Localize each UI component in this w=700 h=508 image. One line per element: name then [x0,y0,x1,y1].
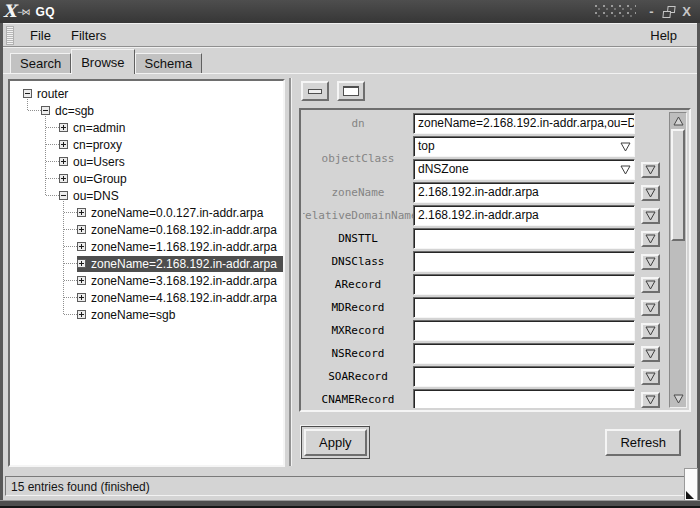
attribute-button-column [635,251,665,272]
attribute-value-input[interactable] [413,343,635,364]
attribute-value-input[interactable] [413,320,635,341]
tree-item[interactable]: zoneName=0.0.127.in-addr.arpa [77,205,283,221]
tree-item[interactable]: zoneName=2.168.192.in-addr.arpa [77,256,283,272]
attribute-button-column [635,343,665,364]
attribute-value-input[interactable] [413,228,635,249]
tree-item[interactable]: cn=proxy [59,137,283,153]
expand-expander-icon[interactable] [77,208,86,217]
attribute-menu-button[interactable] [641,231,660,247]
attribute-menu-button[interactable] [641,277,660,293]
attribute-row: DNSTTL [303,228,665,249]
expand-expander-icon[interactable] [77,310,86,319]
attribute-values: 2.168.192.in-addr.arpa [413,205,635,226]
expand-entries-button[interactable] [337,81,365,101]
combo-dropdown-icon[interactable] [618,163,632,176]
tree-item-label: zoneName=0.168.192.in-addr.arpa [91,223,277,237]
scroll-up-icon[interactable] [671,114,685,128]
attribute-menu-button[interactable] [641,323,660,339]
scrollbar-thumb[interactable] [671,129,685,241]
collapse-expander-icon[interactable] [59,191,68,200]
menu-filters[interactable]: Filters [61,25,116,46]
attribute-menu-button[interactable] [641,346,660,362]
attribute-row: NSRecord [303,343,665,364]
close-button-icon[interactable]: X [679,4,694,20]
attribute-menu-button[interactable] [641,369,660,385]
expand-expander-icon[interactable] [59,174,68,183]
attribute-menu-triangle-icon [645,232,656,247]
expand-expander-icon[interactable] [59,123,68,132]
refresh-button[interactable]: Refresh [605,429,681,456]
maximize-button-icon[interactable] [662,6,675,18]
tree-item[interactable]: zoneName=1.168.192.in-addr.arpa [77,239,283,255]
expand-expander-icon[interactable] [77,259,86,268]
ldap-tree-panel[interactable]: routerdc=sgbcn=admincn=proxyou=Usersou=G… [8,79,285,467]
expand-expander-icon[interactable] [59,140,68,149]
attribute-value-input[interactable]: 2.168.192.in-addr.arpa [413,205,635,226]
tree-line [64,314,77,315]
expand-expander-icon[interactable] [77,242,86,251]
tree-item[interactable]: router [23,86,283,102]
attribute-menu-button[interactable] [641,185,660,201]
tree-item-label: ou=DNS [73,189,119,203]
pane-divider[interactable] [289,78,291,466]
attribute-menu-triangle-icon [645,186,656,201]
tab-search[interactable]: Search [10,53,71,73]
menubar-grip-handle[interactable] [6,26,14,45]
collapse-entries-button[interactable] [301,81,329,101]
attribute-value-input[interactable]: top [413,136,635,157]
window-bottom-frame[interactable] [0,500,700,508]
tree-item[interactable]: ou=Group [59,171,283,187]
collapse-expander-icon[interactable] [23,89,32,98]
menu-file[interactable]: File [20,25,61,46]
browse-page: routerdc=sgbcn=admincn=proxyou=Usersou=G… [3,73,697,471]
attribute-button-column [635,228,665,249]
minimize-button-icon[interactable]: - [644,4,659,20]
attribute-menu-button[interactable] [641,162,660,178]
tree-row: zoneName=3.168.192.in-addr.arpa [10,272,283,289]
tree-item[interactable]: ou=DNS [59,188,283,204]
menubar: FileFilters Help [3,23,697,47]
tree-item[interactable]: ou=Users [59,154,283,170]
attribute-menu-button[interactable] [641,300,660,316]
scroll-down-icon[interactable] [671,392,685,406]
attribute-value-input[interactable]: zoneName=2.168.192.in-addr.arpa,ou=D [413,113,635,134]
attribute-values [413,251,635,272]
expand-expander-icon[interactable] [77,225,86,234]
expand-expander-icon[interactable] [77,293,86,302]
tree-line [64,297,77,298]
tab-schema[interactable]: Schema [135,53,203,73]
tree-item[interactable]: dc=sgb [41,103,283,119]
collapse-expander-icon[interactable] [41,106,50,115]
resize-grip[interactable] [684,468,698,501]
attribute-value-input[interactable]: dNSZone [413,159,635,180]
expand-expander-icon[interactable] [77,276,86,285]
combo-dropdown-icon[interactable] [618,140,632,153]
expand-expander-icon[interactable] [59,157,68,166]
form-scrollbar[interactable] [669,112,687,408]
tree-item[interactable]: zoneName=0.168.192.in-addr.arpa [77,222,283,238]
attribute-values: topdNSZone [413,136,635,180]
titlebar[interactable]: X −⋈ GQ - X [0,0,700,23]
tree-line [46,127,59,128]
tree-item[interactable]: zoneName=3.168.192.in-addr.arpa [77,273,283,289]
tab-browse[interactable]: Browse [71,49,134,74]
attribute-value-input[interactable] [413,251,635,272]
tree-item[interactable]: cn=admin [59,120,283,136]
attribute-menu-triangle-icon [645,370,656,385]
attribute-row: ARecord [303,274,665,295]
tree-item-label: zoneName=sgb [91,308,175,322]
attribute-value-input[interactable] [413,274,635,295]
attribute-value-input[interactable] [413,297,635,318]
attribute-value-input[interactable] [413,366,635,387]
attribute-value-input[interactable] [413,389,635,408]
tree-item[interactable]: zoneName=sgb [77,307,283,323]
menu-help[interactable]: Help [640,25,687,46]
apply-button[interactable]: Apply [304,429,367,456]
attribute-value-input[interactable]: 2.168.192.in-addr.arpa [413,182,635,203]
attribute-menu-button[interactable] [641,254,660,270]
attribute-menu-button[interactable] [641,392,660,408]
tree-item[interactable]: zoneName=4.168.192.in-addr.arpa [77,290,283,306]
attribute-menu-button[interactable] [641,208,660,224]
tree-row: zoneName=2.168.192.in-addr.arpa [10,255,283,272]
attribute-menu-triangle-icon [645,209,656,224]
